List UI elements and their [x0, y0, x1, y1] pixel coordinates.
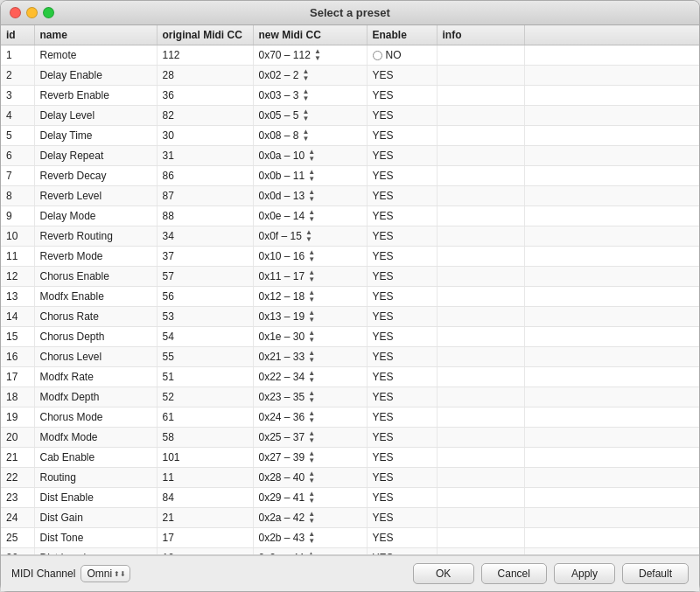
cell-new-midi-cc[interactable]: 0x05 – 5▲▼: [253, 106, 367, 126]
close-button[interactable]: [10, 7, 21, 18]
cell-new-midi-cc[interactable]: 0x0e – 14▲▼: [253, 206, 367, 226]
cc-stepper[interactable]: ▲▼: [308, 491, 315, 505]
cell-enable: YES: [367, 448, 437, 468]
cell-new-midi-cc[interactable]: 0x28 – 40▲▼: [253, 468, 367, 488]
cc-stepper[interactable]: ▲▼: [308, 390, 315, 404]
cell-id: 5: [1, 126, 34, 146]
preset-table-container[interactable]: id name original Midi CC new Midi CC Ena…: [1, 25, 699, 555]
cc-stepper[interactable]: ▲▼: [308, 149, 315, 163]
table-row: 21Cab Enable1010x27 – 39▲▼YES: [1, 448, 699, 468]
cell-name: Dist Enable: [34, 488, 157, 508]
cell-new-midi-cc[interactable]: 0x29 – 41▲▼: [253, 488, 367, 508]
cell-new-midi-cc[interactable]: 0x12 – 18▲▼: [253, 287, 367, 307]
cc-stepper[interactable]: ▲▼: [303, 129, 310, 143]
cell-enable: YES: [367, 428, 437, 448]
col-header-enable: Enable: [367, 25, 437, 45]
cc-stepper[interactable]: ▲▼: [308, 430, 315, 444]
cell-new-midi-cc[interactable]: 0x23 – 35▲▼: [253, 387, 367, 407]
cancel-button[interactable]: Cancel: [481, 563, 547, 584]
cc-stepper[interactable]: ▲▼: [308, 350, 315, 364]
cell-new-midi-cc[interactable]: 0x25 – 37▲▼: [253, 428, 367, 448]
cell-new-midi-cc[interactable]: 0x10 – 16▲▼: [253, 247, 367, 267]
cell-id: 4: [1, 106, 34, 126]
cell-new-midi-cc[interactable]: 0x0d – 13▲▼: [253, 186, 367, 206]
cc-stepper[interactable]: ▲▼: [308, 189, 315, 203]
cell-new-midi-cc[interactable]: 0x02 – 2▲▼: [253, 66, 367, 86]
cc-stepper[interactable]: ▲▼: [308, 209, 315, 223]
cc-stepper[interactable]: ▲▼: [308, 410, 315, 424]
cell-info: [437, 146, 524, 166]
cc-stepper[interactable]: ▲▼: [303, 108, 310, 122]
cell-new-midi-cc[interactable]: 0x0b – 11▲▼: [253, 166, 367, 186]
ok-button[interactable]: OK: [413, 563, 474, 584]
cell-new-midi-cc[interactable]: 0x0f – 15▲▼: [253, 226, 367, 247]
cell-orig-midi-cc: 51: [157, 367, 253, 387]
cell-extra: [524, 126, 699, 146]
cc-stepper[interactable]: ▲▼: [308, 511, 315, 525]
cell-name: Chorus Mode: [34, 407, 157, 428]
cc-stepper[interactable]: ▲▼: [308, 470, 315, 484]
cc-stepper[interactable]: ▲▼: [303, 68, 310, 82]
cell-id: 18: [1, 387, 34, 407]
cell-new-midi-cc[interactable]: 0x13 – 19▲▼: [253, 307, 367, 327]
cell-name: Dist Tone: [34, 528, 157, 548]
cell-extra: [524, 387, 699, 407]
cell-new-midi-cc[interactable]: 0x22 – 34▲▼: [253, 367, 367, 387]
cc-stepper[interactable]: ▲▼: [308, 169, 315, 183]
cell-info: [437, 347, 524, 367]
cell-name: Chorus Rate: [34, 307, 157, 327]
cell-orig-midi-cc: 84: [157, 488, 253, 508]
table-row: 19Chorus Mode610x24 – 36▲▼YES: [1, 407, 699, 428]
cell-orig-midi-cc: 37: [157, 247, 253, 267]
cc-stepper[interactable]: ▲▼: [308, 289, 315, 303]
cell-info: [437, 186, 524, 206]
enable-yes-label: YES: [373, 89, 394, 101]
cell-new-midi-cc[interactable]: 0x1e – 30▲▼: [253, 327, 367, 347]
cell-info: [437, 387, 524, 407]
cell-orig-midi-cc: 56: [157, 287, 253, 307]
cc-stepper[interactable]: ▲▼: [308, 269, 315, 283]
cc-stepper[interactable]: ▲▼: [308, 370, 315, 384]
cell-new-midi-cc[interactable]: 0x27 – 39▲▼: [253, 448, 367, 468]
cc-stepper[interactable]: ▲▼: [308, 450, 315, 464]
table-row: 16Chorus Level550x21 – 33▲▼YES: [1, 347, 699, 367]
cc-stepper[interactable]: ▲▼: [308, 531, 315, 545]
cell-new-midi-cc[interactable]: 0x2c – 44▲▼: [253, 548, 367, 556]
cell-extra: [524, 508, 699, 528]
cell-name: Reverb Level: [34, 186, 157, 206]
cell-orig-midi-cc: 10: [157, 548, 253, 556]
cell-new-midi-cc[interactable]: 0x21 – 33▲▼: [253, 347, 367, 367]
cell-new-midi-cc[interactable]: 0x24 – 36▲▼: [253, 407, 367, 428]
cell-name: Delay Level: [34, 106, 157, 126]
cell-enable: YES: [367, 307, 437, 327]
apply-button[interactable]: Apply: [554, 563, 615, 584]
default-button[interactable]: Default: [622, 563, 689, 584]
cell-extra: [524, 428, 699, 448]
minimize-button[interactable]: [26, 7, 38, 18]
cell-new-midi-cc[interactable]: 0x70 – 112▲▼: [253, 45, 367, 66]
cell-new-midi-cc[interactable]: 0x2b – 43▲▼: [253, 528, 367, 548]
cell-enable[interactable]: NO: [367, 45, 437, 66]
cell-info: [437, 106, 524, 126]
cell-new-midi-cc[interactable]: 0x11 – 17▲▼: [253, 267, 367, 287]
cc-stepper[interactable]: ▲▼: [305, 229, 312, 243]
cc-stepper[interactable]: ▲▼: [303, 88, 310, 102]
cell-id: 26: [1, 548, 34, 556]
cell-extra: [524, 186, 699, 206]
cc-stepper[interactable]: ▲▼: [314, 48, 321, 62]
cc-stepper[interactable]: ▲▼: [308, 330, 315, 344]
col-header-id: id: [1, 25, 34, 45]
cc-stepper[interactable]: ▲▼: [308, 310, 315, 324]
cell-orig-midi-cc: 21: [157, 508, 253, 528]
radio-no[interactable]: [373, 51, 382, 60]
midi-channel-select[interactable]: Omni12345678910111213141516: [80, 565, 130, 582]
cell-new-midi-cc[interactable]: 0x0a – 10▲▼: [253, 146, 367, 166]
cell-enable: YES: [367, 186, 437, 206]
maximize-button[interactable]: [43, 7, 54, 18]
table-row: 12Chorus Enable570x11 – 17▲▼YES: [1, 267, 699, 287]
cell-new-midi-cc[interactable]: 0x2a – 42▲▼: [253, 508, 367, 528]
cc-stepper[interactable]: ▲▼: [308, 249, 315, 263]
cell-new-midi-cc[interactable]: 0x08 – 8▲▼: [253, 126, 367, 146]
col-header-extra: [524, 25, 699, 45]
cell-new-midi-cc[interactable]: 0x03 – 3▲▼: [253, 86, 367, 106]
